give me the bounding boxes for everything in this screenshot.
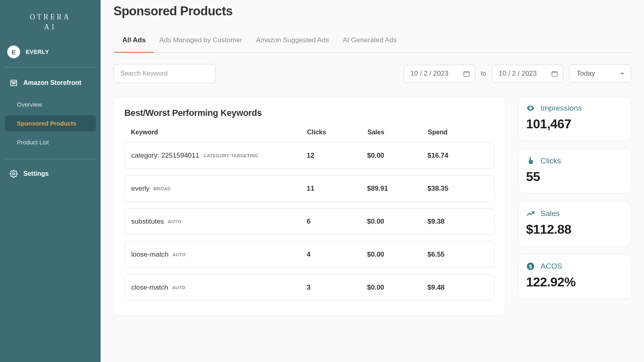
storefront-icon — [10, 79, 18, 87]
brand-line1: OTRERA — [5, 12, 96, 22]
keyword-text: substitutes — [131, 218, 164, 226]
sidebar-item-product-list[interactable]: Product List — [5, 134, 96, 150]
card-title: Best/Worst Performing Keywords — [124, 108, 495, 118]
user-badge[interactable]: E EVERLY — [5, 42, 96, 68]
keyword-tag: AUTO — [168, 219, 181, 224]
tab-label: AI Generated Ads — [343, 36, 396, 44]
svg-rect-1 — [464, 72, 469, 76]
tab-label: All Ads — [122, 36, 146, 44]
metric-clicks: Clicks 55 — [518, 149, 631, 193]
avatar: E — [7, 45, 20, 58]
spend-value: $16.74 — [427, 152, 488, 160]
svg-point-0 — [13, 173, 15, 175]
user-name: EVERLY — [26, 49, 49, 55]
dollar-icon: $ — [526, 262, 535, 271]
metric-label: Sales — [541, 209, 560, 218]
settings-label: Settings — [23, 170, 49, 177]
to-label: to — [481, 70, 486, 77]
eye-icon — [526, 104, 535, 113]
keyword-tag: AUTO — [172, 285, 186, 290]
metric-label: Clicks — [541, 156, 561, 165]
main-content: Sponsored Products All Ads Ads Managed b… — [101, 0, 644, 362]
clicks-value: 3 — [307, 284, 367, 292]
svg-rect-2 — [552, 72, 557, 76]
clicks-value: 6 — [307, 218, 367, 226]
tab-label: Amazon Suggested Ads — [256, 36, 329, 44]
date-from-input[interactable]: 10 / 2 / 2023 — [404, 65, 475, 82]
table-row[interactable]: close-match AUTO 3 $0.00 $9.48 — [124, 274, 495, 301]
svg-point-3 — [530, 107, 531, 109]
table-row[interactable]: loose-match AUTO 4 $0.00 $6.55 — [124, 241, 495, 268]
sidebar-item-label: Sponsored Products — [17, 120, 76, 127]
sidebar-item-label: Product List — [17, 139, 49, 146]
metric-value: 101,467 — [526, 117, 623, 132]
metric-sales: Sales $112.88 — [518, 202, 631, 246]
col-clicks: Clicks — [307, 129, 367, 136]
nav-section-label: Amazon Storefront — [23, 79, 81, 86]
sidebar-item-sponsored-products[interactable]: Sponsored Products — [5, 115, 96, 131]
date-range-value: Today — [577, 70, 595, 78]
sidebar: OTRERA AI E EVERLY Amazon Storefront Ove… — [0, 0, 101, 362]
page-title: Sponsored Products — [114, 4, 631, 19]
trending-up-icon — [526, 209, 535, 218]
pointer-icon — [526, 156, 535, 165]
col-spend: Spend — [428, 129, 488, 136]
chevron-down-icon — [620, 73, 624, 75]
metric-label: Impressions — [541, 104, 582, 113]
svg-text:$: $ — [529, 263, 532, 269]
metric-impressions: Impressions 101,467 — [518, 96, 631, 141]
sales-value: $0.00 — [367, 251, 427, 259]
metric-value: 55 — [526, 169, 623, 184]
sales-value: $0.00 — [367, 152, 427, 160]
sales-value: $89.91 — [367, 185, 427, 193]
nav-section-storefront[interactable]: Amazon Storefront — [5, 75, 96, 91]
date-from-value: 10 / 2 / 2023 — [411, 70, 449, 78]
date-range-dropdown[interactable]: Today — [569, 64, 631, 83]
table-row[interactable]: category: 2251594011 CATEGORY TARGETING … — [124, 142, 495, 169]
tab-customer-managed[interactable]: Ads Managed by Customer — [159, 31, 242, 52]
tab-all-ads[interactable]: All Ads — [122, 31, 146, 52]
keyword-text: everly — [131, 185, 149, 193]
spend-value: $9.38 — [427, 218, 488, 226]
table-row[interactable]: substitutes AUTO 6 $0.00 $9.38 — [124, 208, 495, 235]
content-row: Best/Worst Performing Keywords Keyword C… — [114, 96, 631, 316]
tab-label: Ads Managed by Customer — [159, 36, 242, 44]
date-to-input[interactable]: 10 / 2 / 2023 — [492, 65, 564, 82]
col-sales: Sales — [367, 129, 428, 136]
search-input[interactable] — [114, 64, 216, 83]
metric-value: $112.88 — [526, 222, 623, 237]
clicks-value: 11 — [307, 185, 367, 193]
brand-logo: OTRERA AI — [5, 12, 96, 32]
spend-value: $38.35 — [427, 185, 488, 193]
col-keyword: Keyword — [131, 129, 307, 136]
keyword-text: close-match — [131, 284, 168, 292]
brand-line2: AI — [5, 22, 96, 32]
filters-bar: 10 / 2 / 2023 to 10 / 2 / 2023 Today — [114, 64, 631, 83]
sales-value: $0.00 — [367, 284, 427, 292]
keyword-tag: CATEGORY TARGETING — [203, 153, 258, 158]
metric-acos: $ ACOS 122.92% — [518, 254, 631, 299]
metric-value: 122.92% — [526, 275, 623, 290]
date-to-value: 10 / 2 / 2023 — [499, 70, 537, 78]
gear-icon — [10, 170, 18, 178]
spend-value: $9.48 — [427, 284, 488, 292]
clicks-value: 12 — [307, 152, 367, 160]
spend-value: $6.55 — [427, 251, 488, 259]
keyword-text: category: 2251594011 — [131, 152, 199, 160]
tab-amazon-suggested[interactable]: Amazon Suggested Ads — [256, 31, 329, 52]
keyword-performance-card: Best/Worst Performing Keywords Keyword C… — [114, 96, 506, 316]
calendar-icon — [463, 70, 470, 77]
keyword-text: loose-match — [131, 251, 169, 259]
metrics-column: Impressions 101,467 Clicks 55 — [518, 96, 631, 299]
clicks-value: 4 — [307, 251, 367, 259]
keyword-tag: BROAD — [153, 186, 171, 191]
sidebar-item-settings[interactable]: Settings — [5, 167, 96, 181]
table-row[interactable]: everly BROAD 11 $89.91 $38.35 — [124, 175, 495, 202]
metric-label: ACOS — [541, 262, 562, 271]
sidebar-item-overview[interactable]: Overview — [5, 97, 96, 112]
sales-value: $0.00 — [367, 218, 427, 226]
keyword-table-header: Keyword Clicks Sales Spend — [124, 127, 495, 142]
calendar-icon — [551, 70, 558, 77]
nav-divider — [5, 159, 96, 159]
tab-ai-generated[interactable]: AI Generated Ads — [343, 31, 396, 52]
